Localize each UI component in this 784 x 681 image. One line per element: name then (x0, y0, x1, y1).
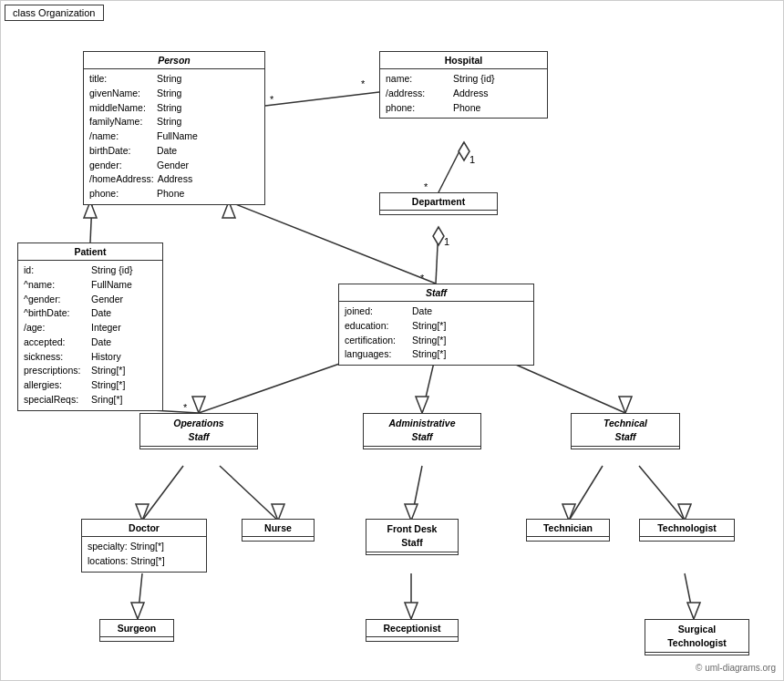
svg-line-34 (138, 573, 142, 619)
svg-marker-4 (459, 142, 469, 160)
class-patient-body: id:String {id} ^name:FullName ^gender:Ge… (18, 261, 162, 410)
class-doctor-header: Doctor (82, 520, 206, 537)
class-nurse: Nurse (242, 519, 315, 542)
class-technician-body (527, 537, 609, 541)
svg-marker-19 (192, 397, 205, 413)
class-hospital-body: name:String {id} /address:Address phone:… (380, 69, 547, 118)
class-person: Person title:String givenName:String mid… (83, 51, 265, 205)
class-receptionist-header: Receptionist (366, 620, 458, 637)
svg-line-11 (90, 201, 92, 242)
svg-marker-21 (416, 397, 428, 413)
diagram-title: class Organization (5, 5, 104, 21)
svg-text:*: * (361, 78, 366, 89)
class-admin-staff: AdministrativeStaff (363, 413, 481, 449)
svg-marker-23 (619, 397, 632, 413)
class-technologist-header: Technologist (640, 520, 734, 537)
class-surgical-technologist-header: SurgicalTechnologist (645, 620, 748, 653)
svg-text:1: 1 (469, 154, 475, 165)
class-technical-staff-header: TechnicalStaff (572, 414, 679, 447)
svg-line-7 (436, 227, 438, 284)
svg-text:*: * (270, 94, 274, 105)
class-technologist: Technologist (639, 519, 735, 542)
class-person-header: Person (84, 52, 264, 69)
class-surgeon: Surgeon (99, 619, 174, 642)
class-receptionist: Receptionist (366, 619, 459, 642)
svg-line-26 (220, 466, 278, 521)
class-department-header: Department (380, 193, 497, 211)
class-technician: Technician (526, 519, 610, 542)
class-department: Department (379, 192, 498, 215)
class-operations-staff-header: OperationsStaff (140, 414, 257, 447)
class-admin-staff-header: AdministrativeStaff (364, 414, 480, 447)
class-hospital: Hospital name:String {id} /address:Addre… (379, 51, 548, 119)
class-staff-header: Staff (339, 284, 533, 302)
diagram-container: class Organization * * 1 * 1 * * (0, 0, 784, 681)
class-front-desk-staff-header: Front DeskStaff (366, 520, 458, 552)
svg-marker-8 (433, 227, 444, 245)
class-surgeon-body (100, 637, 173, 641)
class-person-body: title:String givenName:String middleName… (84, 69, 264, 204)
class-surgeon-header: Surgeon (100, 620, 173, 637)
svg-text:1: 1 (444, 236, 449, 247)
class-doctor: Doctor specialty: String[*] locations: S… (81, 519, 207, 573)
class-nurse-body (242, 537, 314, 541)
svg-text:*: * (183, 402, 188, 413)
svg-marker-37 (405, 603, 418, 619)
class-hospital-header: Hospital (380, 52, 547, 69)
svg-line-0 (265, 92, 379, 106)
svg-text:*: * (420, 273, 425, 284)
class-technician-header: Technician (527, 520, 609, 537)
class-front-desk-staff: Front DeskStaff (366, 519, 459, 555)
svg-line-28 (411, 466, 422, 521)
class-staff: Staff joined:Date education:String[*] ce… (338, 284, 534, 366)
class-department-body (380, 211, 497, 214)
svg-line-32 (639, 466, 685, 521)
class-technologist-body (640, 537, 734, 541)
class-admin-staff-body (364, 447, 480, 449)
class-front-desk-staff-body (366, 552, 458, 554)
class-patient-header: Patient (18, 243, 162, 261)
class-surgical-technologist: SurgicalTechnologist (645, 619, 749, 655)
svg-line-30 (569, 466, 603, 521)
svg-line-38 (685, 573, 694, 619)
class-staff-body: joined:Date education:String[*] certific… (339, 302, 533, 365)
svg-marker-39 (687, 603, 700, 619)
class-operations-staff-body (140, 447, 257, 449)
copyright: © uml-diagrams.org (696, 663, 776, 673)
class-technical-staff: TechnicalStaff (571, 413, 680, 449)
class-receptionist-body (366, 637, 458, 641)
class-doctor-body: specialty: String[*] locations: String[*… (82, 537, 206, 572)
class-operations-staff: OperationsStaff (139, 413, 258, 449)
class-patient: Patient id:String {id} ^name:FullName ^g… (17, 242, 163, 411)
class-technical-staff-body (572, 447, 679, 449)
svg-line-3 (438, 142, 464, 192)
class-surgical-technologist-body (645, 653, 748, 655)
svg-text:*: * (424, 181, 428, 192)
svg-marker-35 (131, 603, 144, 619)
svg-line-24 (142, 466, 183, 521)
class-nurse-header: Nurse (242, 520, 314, 537)
